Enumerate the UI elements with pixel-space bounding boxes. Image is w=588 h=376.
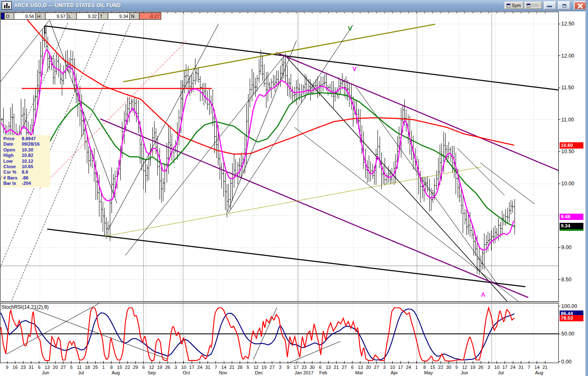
x-axis-week-label: 21 bbox=[334, 365, 339, 370]
svg-text:Λ: Λ bbox=[481, 291, 485, 298]
x-axis-week-label: 10 bbox=[494, 365, 499, 370]
cursor-row: # Bars-86 bbox=[3, 175, 48, 181]
cursor-row: Close10.65 bbox=[3, 164, 48, 169]
x-axis-week-label: 29 bbox=[133, 365, 138, 370]
x-axis-week-label: 3 bbox=[175, 365, 177, 370]
x-axis-week-label: 23 bbox=[302, 365, 307, 370]
x-axis-week-label: 9 bbox=[6, 365, 8, 370]
x-axis-week-label: 19 bbox=[261, 365, 266, 370]
x-axis-week-label: 23 bbox=[20, 365, 25, 370]
readout-label-H: H bbox=[36, 13, 46, 20]
x-axis-week-label: 5 bbox=[70, 365, 73, 370]
x-axis-week-label: 13 bbox=[326, 365, 331, 370]
x-axis-month-label: Aug bbox=[112, 370, 120, 375]
x-axis-month-label: Nov bbox=[219, 370, 227, 375]
x-axis-week-label: 27 bbox=[269, 365, 274, 370]
cursor-row: Price8.8947 bbox=[3, 136, 48, 141]
price-axis-label: 10.50 bbox=[561, 149, 574, 154]
x-axis-week-label: 6 bbox=[319, 365, 322, 370]
x-axis-week-label: 21 bbox=[229, 365, 234, 370]
x-axis-week-label: 21 bbox=[542, 365, 547, 370]
x-axis-week-label: 17 bbox=[502, 365, 507, 370]
x-axis-week-label: 14 bbox=[535, 365, 540, 370]
x-axis-week-label: 22 bbox=[125, 365, 130, 370]
x-axis-week-label: 6 bbox=[142, 365, 145, 370]
readout-value-T: 9.34 bbox=[108, 13, 130, 20]
x-axis-week-label: 3 bbox=[487, 365, 490, 370]
x-axis-week-label: 19 bbox=[157, 365, 162, 370]
x-axis-week-label: 19 bbox=[470, 365, 475, 370]
x-axis-month-label: Aug bbox=[535, 370, 543, 375]
x-axis-week-label: 24 bbox=[510, 365, 515, 370]
x-axis-week-label: 27 bbox=[342, 365, 347, 370]
price-tag-9.48: 9.48 bbox=[560, 214, 583, 220]
x-axis-week-label: 27 bbox=[374, 365, 379, 370]
readout-label-L: L bbox=[67, 13, 77, 20]
x-axis-week-label: 20 bbox=[366, 365, 371, 370]
x-axis-month-label: Jan 2017 bbox=[294, 370, 313, 375]
cursor-row: Low10.12 bbox=[3, 159, 48, 164]
rsi-axis-label: 50.00 bbox=[561, 331, 574, 337]
readout-label-N: N bbox=[130, 13, 139, 20]
readout-label-T: T bbox=[99, 13, 108, 20]
x-axis-month-label: Dec bbox=[255, 370, 263, 375]
readout-color-square bbox=[1, 13, 5, 20]
x-axis-week-label: 8 bbox=[110, 365, 113, 370]
x-axis-week-label: 13 bbox=[45, 365, 50, 370]
x-axis-month-label: Jul bbox=[78, 370, 84, 375]
x-axis-week-label: 26 bbox=[478, 365, 483, 370]
x-axis-week-label: 14 bbox=[221, 365, 226, 370]
x-axis-week-label: 31 bbox=[29, 365, 34, 370]
rsi-axis-label: 100.00 bbox=[561, 303, 577, 309]
x-axis-month-label: Jun bbox=[42, 370, 49, 375]
x-axis-week-label: 12 bbox=[462, 365, 467, 370]
x-axis-week-label: 7 bbox=[215, 365, 217, 370]
readout-value-L: 9.32 bbox=[77, 13, 99, 20]
x-axis-week-label: 5 bbox=[456, 365, 458, 370]
rsi-tag-78.53: 78.53 bbox=[560, 315, 583, 321]
readout-value-H: 9.57 bbox=[46, 13, 67, 20]
indicator-label: StochRSI(14,21(2),9) bbox=[1, 304, 48, 310]
x-axis-week-label: 3 bbox=[383, 365, 386, 370]
price-chart[interactable]: VVΛ12.5012.0011.5011.0010.5010.009.008.5… bbox=[0, 0, 588, 376]
x-axis-week-label: 6 bbox=[38, 365, 41, 370]
x-axis-week-label: 18 bbox=[85, 365, 90, 370]
cursor-row: High10.82 bbox=[3, 153, 48, 158]
price-axis-label: 10.00 bbox=[561, 181, 574, 187]
x-axis-week-label: 17 bbox=[398, 365, 403, 370]
x-axis-week-label: 31 bbox=[518, 365, 523, 370]
x-axis-week-label: 30 bbox=[309, 365, 314, 370]
x-axis-month-label: Mar bbox=[355, 370, 363, 375]
x-axis-month-label: Apr bbox=[390, 370, 398, 375]
price-axis-label: 12.00 bbox=[561, 53, 574, 59]
x-axis-week-label: 13 bbox=[358, 365, 363, 370]
x-axis-week-label: 11 bbox=[77, 365, 81, 370]
price-axis-label: 9.00 bbox=[561, 245, 571, 250]
price-tag-9.34: 9.34 bbox=[560, 223, 583, 229]
x-axis-month-label: Sep bbox=[147, 370, 156, 375]
x-axis-week-label: 28 bbox=[237, 365, 242, 370]
readout-label-O: O bbox=[5, 13, 14, 20]
x-axis-week-label: 15 bbox=[430, 365, 435, 370]
svg-text:V: V bbox=[348, 25, 352, 32]
x-axis-week-label: 16 bbox=[13, 365, 18, 370]
x-axis-week-label: 24 bbox=[197, 365, 202, 370]
x-axis-week-label: 26 bbox=[165, 365, 170, 370]
x-axis-week-label: 17 bbox=[294, 365, 299, 370]
x-axis-month-label: Feb bbox=[319, 370, 327, 375]
x-axis-week-label: 7 bbox=[528, 365, 530, 370]
cursor-row: Date09/28/16 bbox=[3, 141, 48, 147]
price-tag-10.60: 10.60 bbox=[560, 142, 583, 149]
x-axis-week-label: 5 bbox=[247, 365, 249, 370]
chart-window: ARCX:USO,D — UNITED STATES OIL FUND Sym … bbox=[0, 0, 588, 376]
x-axis-week-label: 8 bbox=[423, 365, 426, 370]
x-axis-month-label: May bbox=[424, 370, 433, 375]
readout-value-N: -0.27 bbox=[139, 13, 161, 20]
x-axis-month-label: Oct bbox=[182, 370, 190, 375]
x-axis-week-label: 30 bbox=[446, 365, 451, 370]
ohlc-readout: O9.56H9.57L9.32T9.34N-0.27 bbox=[1, 13, 161, 20]
x-axis-week-label: 10 bbox=[181, 365, 186, 370]
price-axis-label: 11.00 bbox=[561, 117, 574, 123]
x-axis-week-label: 1 bbox=[415, 365, 418, 370]
cursor-data-box: Price8.8947Date09/28/16Open10.30High10.8… bbox=[2, 135, 50, 187]
